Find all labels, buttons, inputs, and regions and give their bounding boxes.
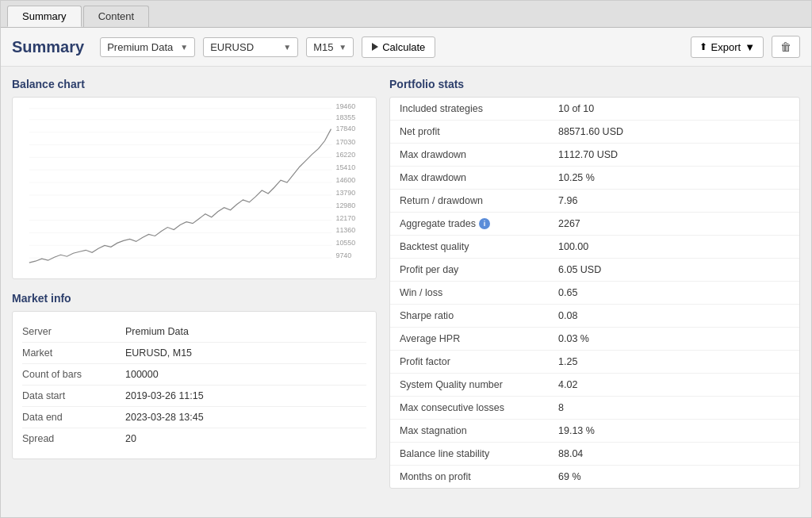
- list-item: Server Premium Data: [22, 321, 366, 343]
- balance-chart-title: Balance chart: [12, 78, 377, 90]
- list-item: Backtest quality 100.00: [390, 236, 799, 259]
- chevron-down-icon: ▼: [180, 43, 188, 52]
- svg-text:17030: 17030: [335, 138, 355, 146]
- chevron-down-icon: ▼: [339, 43, 347, 52]
- svg-text:14600: 14600: [335, 176, 355, 184]
- page-title: Summary: [12, 38, 84, 56]
- list-item: Sharpe ratio 0.08: [390, 305, 799, 328]
- svg-text:12170: 12170: [335, 214, 355, 222]
- svg-text:11360: 11360: [335, 227, 355, 235]
- list-item: Win / loss 0.65: [390, 282, 799, 305]
- list-item: System Quality number 4.02: [390, 374, 799, 397]
- export-button[interactable]: ⬆ Export ▼: [691, 36, 764, 58]
- right-panel: Portfolio stats Included strategies 10 o…: [389, 78, 800, 489]
- calculate-button[interactable]: Calculate: [362, 36, 435, 58]
- tab-content[interactable]: Content: [83, 6, 150, 27]
- list-item: Max stagnation 19.13 %: [390, 420, 799, 443]
- list-item: Aggregate trades i 2267: [390, 213, 799, 236]
- svg-text:12980: 12980: [335, 201, 355, 209]
- list-item: Return / drawdown 7.96: [390, 190, 799, 213]
- list-item: Profit factor 1.25: [390, 351, 799, 374]
- toolbar: Summary Premium Data ▼ EURUSD ▼ M15 ▼ Ca…: [1, 28, 811, 67]
- balance-chart-section: Balance chart 19460 18355 17840 17030 16…: [12, 78, 377, 279]
- list-item: Max drawdown 1112.70 USD: [390, 144, 799, 167]
- list-item: Included strategies 10 of 10: [390, 98, 799, 121]
- list-item: Market EURUSD, M15: [22, 343, 366, 364]
- trash-icon: 🗑: [780, 40, 791, 53]
- delete-button[interactable]: 🗑: [772, 36, 800, 58]
- svg-text:9740: 9740: [335, 251, 351, 259]
- list-item: Months on profit 69 %: [390, 466, 799, 488]
- market-info-box: Server Premium Data Market EURUSD, M15 C…: [12, 311, 377, 459]
- svg-text:17840: 17840: [335, 125, 355, 132]
- list-item: Net profit 88571.60 USD: [390, 121, 799, 144]
- list-item: Balance line stability 88.04: [390, 443, 799, 466]
- svg-text:13790: 13790: [335, 189, 355, 197]
- list-item: Profit per day 6.05 USD: [390, 259, 799, 282]
- portfolio-stats-box: Included strategies 10 of 10 Net profit …: [389, 97, 800, 489]
- chevron-down-icon: ▼: [745, 41, 755, 53]
- list-item: Max consecutive losses 8: [390, 397, 799, 420]
- play-icon: [372, 43, 378, 51]
- market-info-title: Market info: [12, 292, 377, 305]
- svg-text:16220: 16220: [335, 151, 355, 159]
- list-item: Count of bars 100000: [22, 364, 366, 386]
- chevron-down-icon: ▼: [283, 43, 291, 52]
- timeframe-dropdown[interactable]: M15 ▼: [306, 37, 354, 57]
- main-window: Summary Content Summary Premium Data ▼ E…: [0, 0, 812, 518]
- list-item: Data end 2023-03-28 13:45: [22, 407, 366, 428]
- pair-dropdown[interactable]: EURUSD ▼: [203, 37, 298, 57]
- svg-text:10550: 10550: [335, 239, 355, 247]
- left-panel: Balance chart 19460 18355 17840 17030 16…: [12, 78, 377, 489]
- svg-text:18355: 18355: [335, 113, 355, 121]
- list-item: Average HPR 0.03 %: [390, 328, 799, 351]
- export-icon: ⬆: [699, 41, 707, 52]
- svg-rect-0: [21, 98, 367, 278]
- datasource-dropdown[interactable]: Premium Data ▼: [100, 37, 195, 57]
- list-item: Data start 2019-03-26 11:15: [22, 386, 366, 407]
- tab-bar: Summary Content: [1, 1, 811, 28]
- svg-text:19460: 19460: [335, 102, 355, 110]
- market-info-section: Market info Server Premium Data Market E…: [12, 292, 377, 459]
- portfolio-stats-title: Portfolio stats: [389, 78, 800, 90]
- list-item: Max drawdown 10.25 %: [390, 167, 799, 190]
- balance-chart: 19460 18355 17840 17030 16220 15410 1460…: [12, 97, 377, 279]
- tab-summary[interactable]: Summary: [7, 6, 82, 27]
- main-content: Balance chart 19460 18355 17840 17030 16…: [1, 67, 811, 500]
- list-item: Spread 20: [22, 428, 366, 449]
- info-icon[interactable]: i: [479, 218, 490, 229]
- svg-text:15410: 15410: [335, 163, 355, 171]
